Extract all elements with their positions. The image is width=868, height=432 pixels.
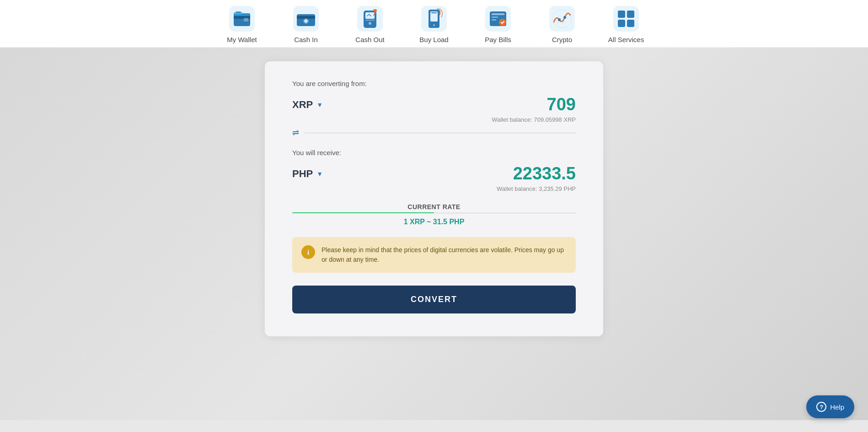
warning-text: Please keep in mind that the prices of d… xyxy=(321,245,567,265)
svg-rect-37 xyxy=(627,20,634,27)
help-circle-icon: ? xyxy=(816,402,826,412)
buy-load-icon xyxy=(420,5,448,33)
nav-label-crypto: Crypto xyxy=(552,36,572,43)
cash-in-icon xyxy=(292,5,320,33)
cash-out-icon xyxy=(356,5,384,33)
rate-line-left xyxy=(292,212,434,213)
svg-rect-27 xyxy=(492,19,496,21)
crypto-icon xyxy=(548,5,576,33)
svg-rect-33 xyxy=(613,6,639,32)
nav-label-cash-out: Cash Out xyxy=(355,36,384,43)
from-currency-row: XRP ▼ 709 xyxy=(292,95,576,114)
main-content: You are converting from: XRP ▼ 709 Walle… xyxy=(0,48,868,420)
help-label: Help xyxy=(830,403,844,411)
svg-point-17 xyxy=(374,9,377,12)
to-currency-select[interactable]: PHP ▼ xyxy=(292,168,323,180)
from-currency-select[interactable]: XRP ▼ xyxy=(292,99,323,111)
swap-icon[interactable]: ⇌ xyxy=(292,128,299,138)
nav-item-cash-out[interactable]: Cash Out xyxy=(352,5,388,43)
to-currency-row: PHP ▼ 22333.5 xyxy=(292,164,576,184)
svg-rect-34 xyxy=(618,11,625,18)
from-amount[interactable]: 709 xyxy=(547,95,576,114)
nav-item-all-services[interactable]: All Services xyxy=(608,5,644,43)
svg-rect-26 xyxy=(492,16,498,18)
nav-label-pay-bills: Pay Bills xyxy=(485,36,511,43)
nav-item-pay-bills[interactable]: Pay Bills xyxy=(480,5,516,43)
swap-row: ⇌ xyxy=(292,128,576,138)
nav-item-buy-load[interactable]: Buy Load xyxy=(416,5,452,43)
from-wallet-balance: Wallet balance: 709.05998 XRP xyxy=(292,116,576,123)
top-navigation: My Wallet Cash In xyxy=(0,0,868,48)
from-currency-chevron[interactable]: ▼ xyxy=(316,101,323,108)
svg-rect-4 xyxy=(244,18,248,22)
svg-rect-35 xyxy=(627,11,634,18)
nav-item-cash-in[interactable]: Cash In xyxy=(288,5,324,43)
pay-bills-icon xyxy=(484,5,512,33)
rate-divider xyxy=(292,212,576,213)
rate-label: CURRENT RATE xyxy=(292,203,576,211)
converter-card: You are converting from: XRP ▼ 709 Walle… xyxy=(265,61,603,336)
to-amount[interactable]: 22333.5 xyxy=(513,164,576,184)
to-currency-chevron[interactable]: ▼ xyxy=(316,170,323,178)
nav-item-crypto[interactable]: Crypto xyxy=(544,5,580,43)
to-wallet-balance: Wallet balance: 3,235.29 PHP xyxy=(292,185,576,192)
rate-value: 1 XRP ~ 31.5 PHP xyxy=(292,218,576,226)
help-button[interactable]: ? Help xyxy=(806,395,854,418)
swap-divider xyxy=(305,133,576,133)
warning-icon: i xyxy=(301,245,315,259)
warning-box: i Please keep in mind that the prices of… xyxy=(292,237,576,273)
from-currency-code: XRP xyxy=(292,99,313,111)
my-wallet-icon xyxy=(228,5,256,33)
svg-rect-25 xyxy=(492,13,504,15)
svg-rect-16 xyxy=(365,20,375,21)
to-currency-code: PHP xyxy=(292,168,313,180)
from-label: You are converting from: xyxy=(292,80,576,87)
nav-label-cash-in: Cash In xyxy=(294,36,318,43)
nav-item-my-wallet[interactable]: My Wallet xyxy=(224,5,260,43)
to-label: You will receive: xyxy=(292,149,576,157)
svg-point-21 xyxy=(433,24,435,26)
all-services-icon xyxy=(612,5,640,33)
svg-rect-22 xyxy=(431,12,437,13)
convert-button[interactable]: CONVERT xyxy=(292,286,576,313)
nav-label-my-wallet: My Wallet xyxy=(227,36,257,43)
svg-point-15 xyxy=(369,22,371,25)
nav-label-all-services: All Services xyxy=(608,36,644,43)
rate-section: CURRENT RATE 1 XRP ~ 31.5 PHP xyxy=(292,203,576,226)
svg-rect-36 xyxy=(618,20,625,27)
rate-line-right xyxy=(434,213,576,213)
nav-label-buy-load: Buy Load xyxy=(419,36,448,43)
svg-rect-6 xyxy=(236,11,241,13)
